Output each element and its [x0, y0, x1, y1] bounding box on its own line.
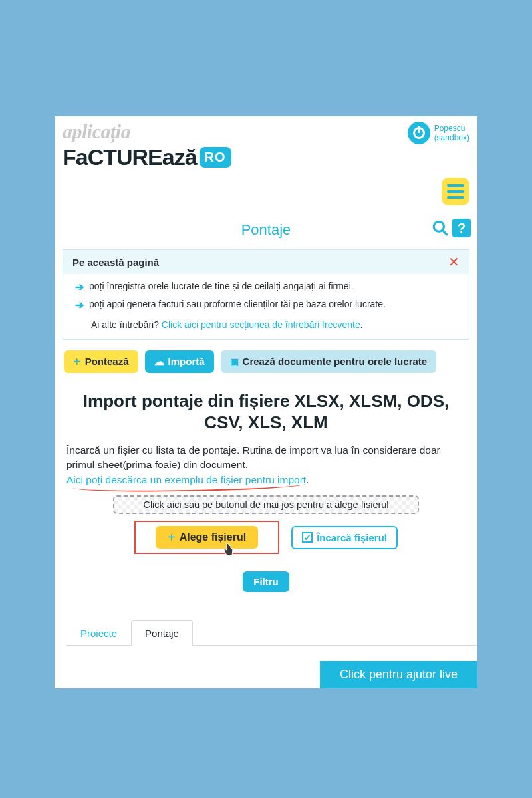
logo-badge: RO — [200, 147, 231, 168]
tab-pontaje[interactable]: Pontaje — [131, 620, 193, 646]
plus-icon: + — [73, 358, 81, 366]
close-icon[interactable]: ✕ — [448, 255, 460, 269]
app-window: aplicația FaCTUREază RO Popescu (sandbox… — [55, 116, 477, 688]
logo-tagline: aplicația — [63, 122, 231, 142]
tabs: Proiecte Pontaje — [66, 620, 477, 646]
plus-icon: + — [168, 533, 176, 541]
search-icon[interactable] — [431, 219, 450, 237]
page-titlebar: Pontaje ? — [55, 219, 477, 241]
logo: aplicația FaCTUREază RO — [63, 122, 231, 168]
filter-button[interactable]: Filtru — [243, 571, 289, 592]
import-heading: Import pontaje din fișiere XLSX, XLSM, O… — [55, 373, 477, 443]
cursor-icon — [222, 542, 235, 559]
ponteaza-button[interactable]: + Pontează — [64, 350, 138, 373]
import-description: Încarcă un fișier cu lista ta de pontaje… — [55, 443, 477, 487]
hamburger-menu-button[interactable] — [442, 178, 469, 205]
info-line-2: poți apoi genera facturi sau proforme cl… — [89, 299, 386, 309]
header: aplicația FaCTUREază RO Popescu (sandbox… — [55, 116, 477, 205]
arrow-icon: ➔ — [75, 281, 84, 295]
choose-file-button[interactable]: + Alege fișierul — [156, 526, 258, 549]
upload-controls: + Alege fișierul Încarcă fișierul — [55, 521, 477, 554]
user-env: (sandbox) — [434, 133, 469, 142]
checkbox-icon — [302, 532, 313, 543]
highlight-annotation: + Alege fișierul — [134, 521, 279, 554]
user-name: Popescu — [434, 124, 469, 133]
live-help-button[interactable]: Click pentru ajutor live — [320, 661, 477, 688]
camera-icon: ▣ — [230, 356, 239, 367]
faq-link[interactable]: Click aici pentru secțiunea de întrebări… — [162, 319, 360, 330]
info-faq: Ai alte întrebări? Click aici pentru sec… — [75, 319, 457, 330]
power-icon — [408, 122, 430, 144]
info-panel: Pe această pagină ✕ ➔ poți înregistra or… — [63, 249, 469, 340]
hamburger-icon — [447, 184, 464, 187]
logo-main: FaCTUREază RO — [63, 146, 231, 168]
upload-file-button[interactable]: Încarcă fișierul — [291, 526, 398, 549]
creaza-documente-button[interactable]: ▣ Crează documente pentru orele lucrate — [221, 350, 437, 373]
example-file-link[interactable]: Aici poți descărca un exemplu de fișier … — [66, 474, 306, 485]
action-toolbar: + Pontează ☁ Importă ▣ Crează documente … — [55, 340, 477, 373]
dropzone-hint[interactable]: Click aici sau pe butonul de mai jos pen… — [113, 495, 419, 514]
tab-proiecte[interactable]: Proiecte — [66, 620, 131, 646]
cloud-icon: ☁ — [154, 356, 164, 368]
importa-button[interactable]: ☁ Importă — [145, 350, 214, 373]
page-title: Pontaje — [241, 221, 291, 239]
logo-word: FaCTUREază — [63, 146, 197, 168]
arrow-icon: ➔ — [75, 299, 84, 313]
user-menu[interactable]: Popescu (sandbox) — [408, 122, 469, 144]
svg-line-1 — [442, 230, 447, 235]
info-panel-title: Pe această pagină — [72, 257, 159, 268]
help-icon[interactable]: ? — [452, 219, 471, 237]
info-line-1: poți înregistra orele lucrate de tine și… — [89, 281, 354, 291]
